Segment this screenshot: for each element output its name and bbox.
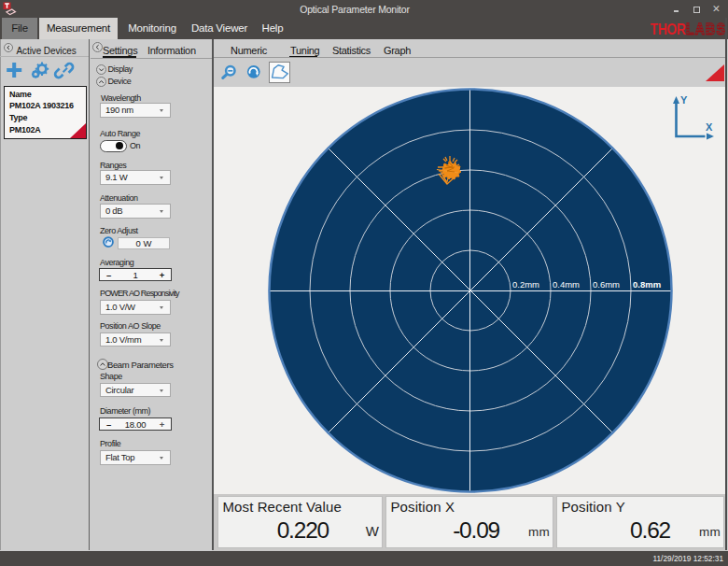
svg-text:X: X xyxy=(706,121,713,133)
svg-text:0.4mm: 0.4mm xyxy=(553,279,580,290)
svg-text:0.8mm: 0.8mm xyxy=(633,279,661,290)
svg-text:0.6mm: 0.6mm xyxy=(593,279,620,290)
svg-text:0.2mm: 0.2mm xyxy=(512,279,539,290)
svg-text:Y: Y xyxy=(680,94,688,106)
